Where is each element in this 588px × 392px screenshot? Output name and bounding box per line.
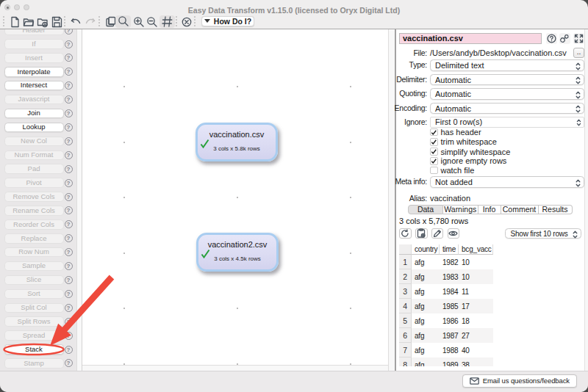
how-do-i-button[interactable]: How Do I?: [201, 16, 254, 27]
help-circle-icon[interactable]: ?: [65, 346, 73, 354]
help-circle-icon[interactable]: ?: [65, 262, 73, 270]
table-cell[interactable]: 17: [459, 299, 493, 313]
table-cell[interactable]: 1983: [440, 269, 459, 284]
help-circle-icon[interactable]: ?: [65, 95, 73, 104]
transform-insert[interactable]: Insert: [4, 53, 64, 63]
delimiter-select[interactable]: Automatic: [430, 74, 584, 86]
help-circle-icon[interactable]: ?: [65, 68, 73, 76]
table-cell[interactable]: 38: [459, 357, 493, 366]
help-circle-icon[interactable]: ?: [65, 206, 73, 214]
new-file-button[interactable]: [9, 15, 21, 28]
checkbox-box[interactable]: [430, 128, 438, 137]
checkbox-box[interactable]: [430, 157, 438, 165]
help-button[interactable]: [546, 33, 557, 44]
help-circle-icon[interactable]: ?: [65, 220, 73, 228]
dataset-name-field[interactable]: vaccination.csv: [399, 33, 542, 45]
help-circle-icon[interactable]: ?: [65, 123, 73, 131]
help-circle-icon[interactable]: ?: [65, 290, 73, 298]
zoom-selection-button[interactable]: [115, 15, 131, 28]
help-circle-icon[interactable]: ?: [65, 165, 73, 173]
table-cell[interactable]: 11: [459, 284, 493, 299]
help-circle-icon[interactable]: ?: [65, 81, 73, 90]
table-cell[interactable]: 1987: [440, 328, 459, 343]
table-cell[interactable]: 1984: [440, 284, 459, 299]
help-circle-icon[interactable]: ?: [65, 109, 73, 117]
table-cell[interactable]: 1: [399, 255, 412, 269]
tab-comment[interactable]: Comment: [501, 205, 539, 214]
meta-info-select[interactable]: Not added: [430, 176, 584, 188]
transform-row-num[interactable]: Row Num: [4, 247, 64, 258]
expand-button[interactable]: [573, 33, 584, 44]
table-cell[interactable]: 40: [459, 343, 493, 357]
table-cell[interactable]: 8: [399, 357, 412, 366]
table-cell[interactable]: 7: [399, 343, 412, 357]
zoom-in-button[interactable]: [132, 15, 145, 28]
transform-header[interactable]: Header: [4, 29, 64, 35]
tab-warnings[interactable]: Warnings: [443, 205, 478, 214]
transform-intersect[interactable]: Intersect: [4, 81, 64, 91]
email-feedback-button[interactable]: Email us questions/feedback: [462, 374, 577, 388]
table-cell[interactable]: 10: [459, 269, 493, 284]
table-cell[interactable]: 5: [399, 313, 412, 328]
transform-pivot[interactable]: Pivot: [4, 178, 64, 188]
transform-sort[interactable]: Sort: [4, 289, 64, 300]
link-nodes-button[interactable]: [559, 33, 570, 44]
canvas-horizontal-scrollbar[interactable]: [82, 365, 388, 371]
transform-rename-cols[interactable]: Rename Cols: [4, 206, 64, 216]
transform-if[interactable]: If: [4, 39, 64, 49]
checkbox-ignore-empty-rows[interactable]: ignore empty rows: [430, 156, 506, 165]
refresh-button[interactable]: [399, 228, 412, 239]
table-cell[interactable]: afg: [412, 313, 440, 328]
table-cell[interactable]: 4: [399, 299, 412, 313]
help-circle-icon[interactable]: ?: [65, 359, 73, 367]
help-circle-icon[interactable]: ?: [65, 193, 73, 201]
zoom-out-button[interactable]: [146, 15, 158, 28]
checkbox-has-header[interactable]: has header: [430, 128, 481, 137]
browse-button[interactable]: ..: [573, 48, 584, 58]
table-cell[interactable]: 1989: [440, 357, 459, 366]
help-circle-icon[interactable]: ?: [65, 137, 73, 145]
help-circle-icon[interactable]: ?: [65, 234, 73, 242]
toggle-grid-button[interactable]: [159, 15, 175, 28]
help-circle-icon[interactable]: ?: [65, 332, 73, 340]
transform-lookup[interactable]: Lookup: [4, 123, 64, 133]
transform-split-col[interactable]: Split Col: [4, 303, 64, 313]
table-cell[interactable]: 1986: [440, 313, 459, 328]
show-rows-select[interactable]: Show first 10 rows: [505, 228, 582, 239]
table-cell[interactable]: afg: [412, 343, 440, 357]
open-recent-button[interactable]: [36, 15, 49, 28]
help-circle-icon[interactable]: ?: [65, 276, 73, 284]
alias-field[interactable]: vaccination: [430, 194, 470, 203]
table-header-cell[interactable]: [399, 244, 412, 255]
preview-button[interactable]: [448, 228, 460, 239]
help-circle-icon[interactable]: ?: [65, 29, 73, 35]
transform-interpolate[interactable]: Interpolate: [4, 67, 64, 77]
redo-button[interactable]: [84, 15, 96, 28]
table-cell[interactable]: 6: [399, 328, 412, 343]
tab-data[interactable]: Data: [408, 205, 443, 214]
transform-pad[interactable]: Pad: [4, 164, 64, 174]
help-circle-icon[interactable]: ?: [65, 318, 73, 326]
tab-results[interactable]: Results: [539, 205, 573, 214]
cancel-button[interactable]: [180, 15, 193, 28]
transform-replace[interactable]: Replace: [4, 233, 64, 244]
file-path-field[interactable]: /Users/andyb/Desktop/vaccination.csv: [430, 48, 570, 58]
encoding-select[interactable]: Automatic: [430, 103, 584, 115]
help-circle-icon[interactable]: ?: [65, 54, 73, 62]
transform-stamp[interactable]: Stamp: [4, 358, 64, 369]
help-circle-icon[interactable]: ?: [65, 248, 73, 256]
table-cell[interactable]: afg: [412, 269, 440, 284]
ignore-rows-spinner[interactable]: First 0 row(s): [430, 117, 584, 128]
table-cell[interactable]: afg: [412, 299, 440, 313]
checkbox-box[interactable]: [430, 167, 438, 175]
type-select[interactable]: Delimited text: [430, 59, 584, 71]
table-header-cell[interactable]: time: [440, 244, 459, 255]
transform-num-format[interactable]: Num Format: [4, 150, 64, 161]
transform-javascript[interactable]: Javascript: [4, 95, 64, 105]
tab-info[interactable]: Info: [478, 205, 501, 214]
help-circle-icon[interactable]: ?: [65, 40, 73, 48]
dataset-node-vaccination2.csv[interactable]: vaccination2.csv3 cols x 4.5k rows: [196, 233, 279, 272]
transform-reorder-cols[interactable]: Reorder Cols: [4, 219, 64, 230]
inspector-scrollbar[interactable]: [584, 29, 588, 371]
checkbox-watch-file[interactable]: watch file: [430, 166, 474, 175]
